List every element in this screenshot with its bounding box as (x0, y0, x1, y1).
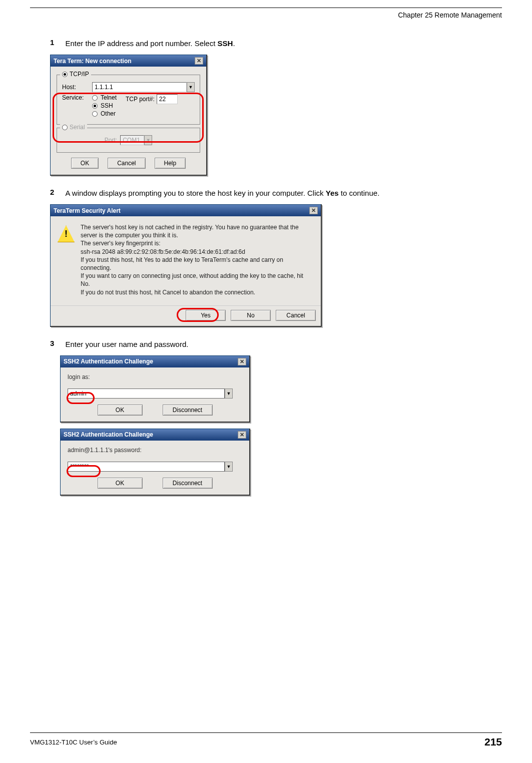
service-label: Service: (62, 94, 89, 101)
ok-button[interactable]: OK (98, 478, 143, 489)
serial-group: Serial Port: ▼ (57, 128, 200, 153)
step-2-suffix: to continue. (339, 189, 380, 197)
ssh-auth-login-dialog: SSH2 Authentication Challenge ✕ login as… (60, 355, 250, 423)
no-button[interactable]: No (231, 310, 271, 321)
tcpip-group: TCP/IP Host: ▼ Service: Telnet SSH (57, 75, 200, 125)
alert-line: If you want to carry on connecting just … (81, 272, 314, 288)
dialog-title: TeraTerm Security Alert (54, 207, 121, 214)
step-1-prefix: Enter the IP address and port number. Se… (65, 39, 217, 48)
port-label: Port: (105, 137, 117, 144)
host-input[interactable] (92, 82, 187, 92)
chevron-down-icon[interactable]: ▼ (225, 462, 233, 472)
footer-guide-name: VMG1312-T10C User’s Guide (30, 738, 117, 746)
close-icon[interactable]: ✕ (238, 358, 246, 365)
telnet-label: Telnet (101, 94, 117, 101)
cancel-button[interactable]: Cancel (276, 310, 316, 321)
step-1-suffix: . (233, 39, 235, 48)
step-2-prefix: A window displays prompting you to store… (65, 189, 325, 197)
teraterm-security-alert-dialog: TeraTerm Security Alert ✕ The server's h… (50, 204, 322, 327)
dialog-title: Tera Term: New connection (54, 58, 132, 65)
help-button[interactable]: Help (155, 158, 186, 169)
chapter-header: Chapter 25 Remote Management (30, 11, 502, 19)
ssh-radio[interactable] (92, 103, 98, 109)
tcpip-radio[interactable] (62, 72, 68, 77)
dialog-titlebar: TeraTerm Security Alert ✕ (51, 205, 321, 216)
alert-line: If you do not trust this host, hit Cance… (81, 288, 314, 296)
disconnect-button[interactable]: Disconnect (163, 405, 213, 416)
alert-line: The server's key fingerprint is: (81, 239, 314, 247)
serial-label: Serial (70, 124, 85, 131)
tcpport-label: TCP port#: (126, 96, 155, 103)
dialog-titlebar: Tera Term: New connection ✕ (51, 55, 206, 67)
step-number: 3 (50, 339, 63, 347)
other-radio[interactable] (92, 111, 98, 117)
serial-radio[interactable] (62, 125, 68, 130)
step-2-text: A window displays prompting you to store… (65, 189, 379, 197)
chevron-down-icon[interactable]: ▼ (225, 389, 233, 399)
step-number: 1 (50, 38, 63, 47)
dialog-titlebar: SSH2 Authentication Challenge ✕ (61, 429, 249, 441)
teraterm-new-connection-dialog: Tera Term: New connection ✕ TCP/IP Host:… (50, 55, 207, 176)
step-2: 2 A window displays prompting you to sto… (50, 188, 502, 198)
step-3-text: Enter your user name and password. (65, 340, 188, 348)
yes-button[interactable]: Yes (186, 310, 226, 321)
dialog-title: SSH2 Authentication Challenge (64, 431, 153, 438)
password-input[interactable] (68, 462, 225, 472)
step-number: 2 (50, 188, 63, 196)
other-label: Other (101, 110, 116, 117)
footer-page-number: 215 (484, 736, 502, 748)
alert-line: ssh-rsa 2048 a8:99:c2:92:08:fb:5e:de:4b:… (81, 248, 314, 256)
alert-line: If you trust this host, hit Yes to add t… (81, 256, 314, 272)
dialog-titlebar: SSH2 Authentication Challenge ✕ (61, 356, 249, 367)
host-label: Host: (62, 84, 89, 91)
ok-button[interactable]: OK (71, 158, 99, 169)
serial-port-input (120, 135, 144, 145)
alert-text: The server's host key is not cached in t… (81, 223, 314, 296)
ssh-auth-password-dialog: SSH2 Authentication Challenge ✕ admin@1.… (60, 429, 250, 496)
step-2-bold: Yes (326, 189, 339, 197)
ok-button[interactable]: OK (98, 405, 143, 416)
tcpip-label: TCP/IP (70, 71, 89, 78)
login-as-label: login as: (68, 373, 242, 380)
alert-line: The server's host key is not cached in t… (81, 223, 314, 239)
step-1-bold: SSH (218, 39, 233, 48)
step-1: 1 Enter the IP address and port number. … (50, 38, 502, 49)
telnet-radio[interactable] (92, 95, 98, 101)
cancel-button[interactable]: Cancel (108, 158, 145, 169)
close-icon[interactable]: ✕ (238, 431, 246, 439)
close-icon[interactable]: ✕ (195, 57, 203, 65)
tcpport-input[interactable] (157, 94, 178, 104)
close-icon[interactable]: ✕ (309, 207, 318, 214)
warning-icon (58, 225, 75, 242)
step-1-text: Enter the IP address and port number. Se… (65, 39, 235, 48)
step-3: 3 Enter your user name and password. (50, 339, 502, 349)
chevron-down-icon: ▼ (144, 135, 152, 145)
login-input[interactable] (68, 389, 225, 399)
ssh-label: SSH (101, 102, 113, 109)
disconnect-button[interactable]: Disconnect (163, 478, 213, 489)
dialog-title: SSH2 Authentication Challenge (64, 358, 153, 365)
password-label: admin@1.1.1.1's password: (68, 447, 242, 454)
chevron-down-icon[interactable]: ▼ (187, 82, 195, 92)
